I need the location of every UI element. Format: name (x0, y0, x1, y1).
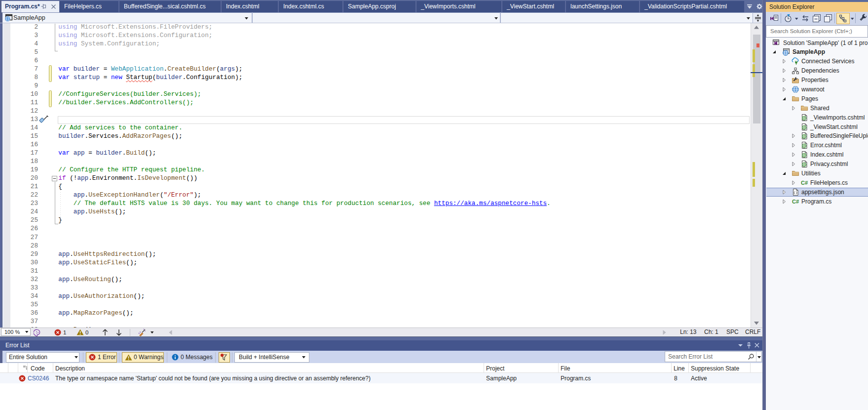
svg-text:@: @ (802, 134, 806, 139)
svg-text:C#: C# (792, 199, 799, 205)
svg-text:@: @ (802, 125, 806, 130)
svg-text:@: @ (802, 153, 806, 158)
svg-text:C#: C# (801, 180, 808, 186)
svg-text:@: @ (802, 163, 806, 167)
svg-text:@: @ (802, 116, 806, 121)
svg-text:@: @ (802, 144, 806, 149)
